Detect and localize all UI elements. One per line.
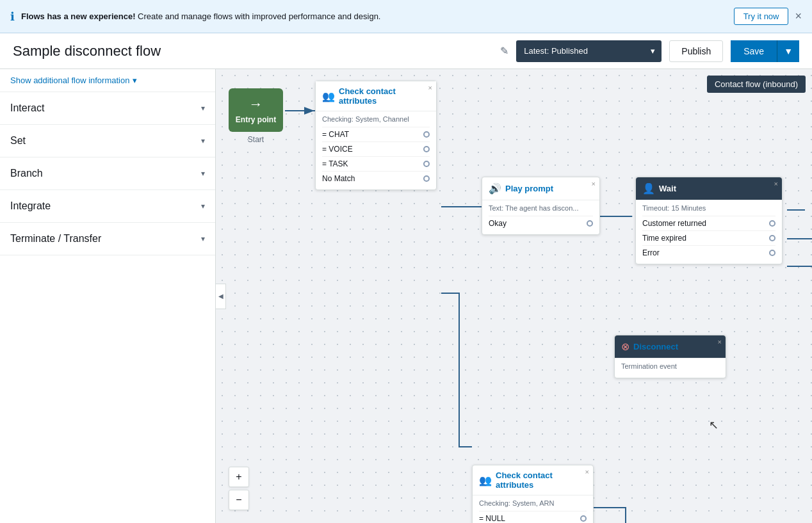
- wait-icon: 👤: [642, 182, 655, 195]
- notification-banner: ℹ Flows has a new experience! Create and…: [0, 0, 812, 33]
- null-label: = NULL: [479, 514, 505, 523]
- sidebar-collapse-button[interactable]: ◀: [216, 284, 226, 309]
- page-title: Sample disconnect flow: [13, 43, 492, 60]
- chevron-down-icon: ▾: [133, 76, 137, 85]
- sidebar-integrate-header[interactable]: Integrate ▾: [0, 190, 215, 222]
- check-contact-1-subtitle: Checking: System, Channel: [322, 115, 430, 123]
- version-dropdown[interactable]: Latest: Published: [516, 42, 644, 60]
- check-contact-voice-row: = VOICE: [322, 141, 430, 156]
- error-connector: [769, 250, 775, 256]
- check-contact-nomatch-row: No Match: [322, 171, 430, 186]
- play-prompt-node[interactable]: 🔊 Play prompt × Text: The agent has disc…: [482, 177, 600, 235]
- interact-chevron-icon: ▾: [201, 104, 205, 113]
- nomatch-connector: [423, 175, 430, 182]
- check-contact-1-close[interactable]: ×: [428, 84, 432, 92]
- zoom-in-button[interactable]: +: [229, 467, 249, 487]
- check-contact-task-row: = TASK: [322, 156, 430, 171]
- wait-body: Timeout: 15 Minutes Customer returned Ti…: [636, 200, 782, 264]
- terminate-chevron-icon: ▾: [201, 234, 205, 243]
- wait-subtitle: Timeout: 15 Minutes: [642, 204, 775, 212]
- disconnect-node[interactable]: ⊗ Disconnect × Termination event: [614, 335, 726, 378]
- task-connector: [423, 161, 430, 167]
- entry-start-label: Start: [229, 135, 283, 144]
- zoom-out-button[interactable]: −: [229, 490, 249, 510]
- sidebar-interact-label: Interact: [10, 102, 44, 114]
- okay-label: Okay: [489, 219, 507, 228]
- page-header: Sample disconnect flow ✎ Latest: Publish…: [0, 33, 812, 69]
- cursor-indicator: ↖: [709, 418, 719, 432]
- show-info-label: Show additional flow information: [10, 76, 129, 85]
- no-match-label: No Match: [322, 174, 355, 183]
- integrate-chevron-icon: ▾: [201, 202, 205, 211]
- wait-close[interactable]: ×: [774, 180, 778, 188]
- sidebar-branch-header[interactable]: Branch ▾: [0, 157, 215, 189]
- disconnect-icon: ⊗: [621, 341, 629, 353]
- info-icon: ℹ: [10, 10, 15, 24]
- sidebar-set-label: Set: [10, 135, 26, 147]
- disconnect-subtitle: Termination event: [621, 362, 719, 370]
- check-contact-2-node[interactable]: 👥 Check contact attributes × Checking: S…: [472, 465, 594, 523]
- play-prompt-body: Text: The agent has discon... Okay: [482, 200, 599, 234]
- save-button[interactable]: Save: [731, 40, 777, 62]
- check-contact-2-body: Checking: System, ARN = NULL No Match: [473, 495, 593, 523]
- check-contact-2-subtitle: Checking: System, ARN: [479, 499, 587, 507]
- wait-title: Wait: [659, 184, 676, 193]
- sidebar-section-terminate: Terminate / Transfer ▾: [0, 223, 215, 255]
- edit-title-icon[interactable]: ✎: [500, 45, 508, 57]
- check-2-null-row: = NULL: [479, 511, 587, 523]
- disconnect-close[interactable]: ×: [718, 338, 722, 346]
- sidebar: Show additional flow information ▾ Inter…: [0, 69, 216, 523]
- disconnect-title: Disconnect: [633, 342, 678, 351]
- voice-label: = VOICE: [322, 145, 353, 154]
- sidebar-terminate-label: Terminate / Transfer: [10, 233, 101, 245]
- check-contact-1-icon: 👥: [322, 90, 335, 102]
- time-expired-label: Time expired: [642, 234, 686, 243]
- branch-chevron-icon: ▾: [201, 169, 205, 178]
- sidebar-info-section: Show additional flow information ▾: [0, 69, 215, 92]
- sidebar-section-integrate: Integrate ▾: [0, 190, 215, 223]
- entry-point-title: Entry point: [235, 115, 277, 124]
- flow-canvas[interactable]: ◀ Contact flow (inbound): [216, 69, 812, 523]
- check-contact-1-body: Checking: System, Channel = CHAT = VOICE…: [316, 111, 436, 189]
- customer-returned-connector: [769, 220, 775, 227]
- wait-error-row: Error: [642, 245, 775, 260]
- play-prompt-okay-row: Okay: [489, 216, 593, 230]
- voice-connector: [423, 146, 430, 152]
- version-dropdown-arrow: ▾: [644, 46, 662, 56]
- chat-connector: [423, 131, 430, 138]
- banner-close-button[interactable]: ×: [795, 10, 802, 23]
- wait-node[interactable]: 👤 Wait × Timeout: 15 Minutes Customer re…: [635, 177, 783, 264]
- wait-customer-returned-row: Customer returned: [642, 216, 775, 230]
- sidebar-interact-header[interactable]: Interact ▾: [0, 92, 215, 124]
- banner-text: Flows has a new experience! Create and m…: [21, 12, 727, 21]
- time-expired-connector: [769, 235, 775, 241]
- check-contact-2-close[interactable]: ×: [585, 468, 589, 476]
- main-layout: Show additional flow information ▾ Inter…: [0, 69, 812, 523]
- sidebar-set-header[interactable]: Set ▾: [0, 125, 215, 157]
- save-dropdown-button[interactable]: ▼: [777, 40, 799, 62]
- entry-point-node[interactable]: → Entry point Start: [229, 88, 283, 144]
- try-it-now-button[interactable]: Try it now: [734, 8, 789, 25]
- play-prompt-icon: 🔊: [489, 182, 501, 195]
- sidebar-section-interact: Interact ▾: [0, 92, 215, 125]
- wait-time-expired-row: Time expired: [642, 230, 775, 245]
- publish-button[interactable]: Publish: [669, 40, 723, 62]
- error-label: Error: [642, 248, 660, 257]
- play-prompt-close[interactable]: ×: [592, 180, 596, 188]
- check-contact-2-title: Check contact attributes: [496, 471, 587, 490]
- show-info-button[interactable]: Show additional flow information ▾: [10, 76, 137, 85]
- check-contact-2-icon: 👥: [479, 474, 492, 487]
- task-label: = TASK: [322, 159, 348, 168]
- check-contact-1-node[interactable]: 👥 Check contact attributes × Checking: S…: [315, 81, 437, 190]
- entry-point-icon: →: [235, 96, 277, 113]
- flow-connections-svg: [216, 69, 812, 523]
- play-prompt-title: Play prompt: [505, 184, 553, 193]
- null-connector: [580, 515, 587, 522]
- play-prompt-subtitle: Text: The agent has discon...: [489, 204, 593, 212]
- version-selector[interactable]: Latest: Published ▾: [516, 40, 662, 62]
- disconnect-body: Termination event: [615, 358, 726, 378]
- chat-label: = CHAT: [322, 130, 349, 139]
- save-button-group: Save ▼: [731, 40, 799, 62]
- contact-flow-label: Contact flow (inbound): [707, 76, 806, 93]
- sidebar-terminate-header[interactable]: Terminate / Transfer ▾: [0, 223, 215, 255]
